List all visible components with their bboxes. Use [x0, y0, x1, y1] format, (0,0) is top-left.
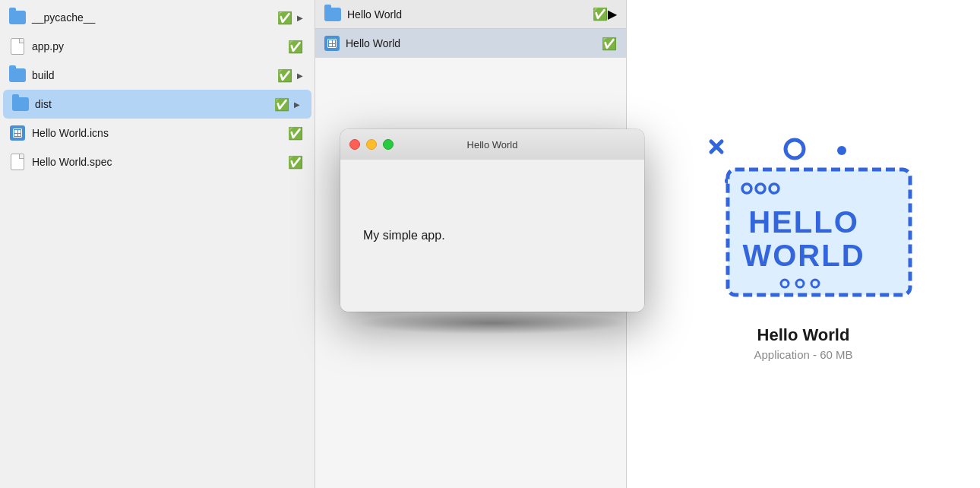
- check-icon-dist: ✅: [275, 97, 289, 111]
- folder-icon-dist: [12, 96, 29, 112]
- app-icon-hello-world: [324, 36, 340, 51]
- hello-world-graphic: HELLO WORLD: [682, 128, 925, 303]
- app-window-message: My simple app.: [363, 229, 445, 242]
- file-icon-app-py: [9, 38, 26, 55]
- file-name-build: build: [32, 69, 278, 81]
- app-info: Hello World Application - 60 MB: [754, 325, 852, 361]
- app-info-desc: Application - 60 MB: [754, 348, 852, 361]
- app-window: Hello World My simple app.: [340, 129, 644, 312]
- expand-arrow-header: ▶: [608, 7, 617, 21]
- check-icon-hello-world-item: ✅: [602, 36, 617, 51]
- file-name-hello-icns: Hello World.icns: [32, 127, 289, 139]
- check-icon-hello-icns: ✅: [289, 126, 302, 140]
- check-icon-header: ✅: [593, 7, 608, 21]
- svg-point-3: [837, 146, 846, 155]
- file-item-app-py[interactable]: app.py ✅: [0, 32, 315, 61]
- window-shadow: [356, 312, 629, 334]
- svg-text:HELLO: HELLO: [748, 205, 859, 239]
- file-name-hello-spec: Hello World.spec: [32, 156, 289, 168]
- folder-icon-build: [9, 67, 26, 84]
- right-panel: HELLO WORLD Hello World Application - 60…: [627, 0, 980, 488]
- expand-arrow-pycache: ▶: [295, 12, 305, 23]
- app-window-content: My simple app.: [340, 160, 644, 312]
- app-info-name: Hello World: [754, 325, 852, 345]
- file-name-dist: dist: [35, 98, 275, 110]
- check-icon-build: ✅: [278, 68, 292, 82]
- middle-item-hello-world-name: Hello World: [346, 37, 602, 49]
- file-item-hello-spec[interactable]: Hello World.spec ✅: [0, 147, 315, 176]
- check-icon-hello-spec: ✅: [289, 155, 302, 169]
- minimize-button-icon[interactable]: [366, 139, 377, 150]
- file-item-build[interactable]: build ✅ ▶: [0, 61, 315, 90]
- middle-panel-header: Hello World ✅ ▶: [315, 0, 626, 29]
- folder-icon: [9, 9, 26, 26]
- file-name-pycache: __pycache__: [32, 11, 278, 24]
- middle-header-title: Hello World: [347, 8, 593, 21]
- check-icon-pycache: ✅: [278, 11, 292, 24]
- window-title: Hello World: [467, 139, 518, 151]
- hello-world-svg: HELLO WORLD: [682, 128, 925, 303]
- check-icon-app-py: ✅: [289, 40, 302, 53]
- traffic-lights: [349, 139, 394, 150]
- floating-app-window-container: Hello World My simple app.: [340, 129, 644, 334]
- close-button-icon[interactable]: [349, 139, 360, 150]
- file-name-app-py: app.py: [32, 40, 289, 52]
- expand-arrow-build: ▶: [295, 70, 305, 81]
- app-icon-hello-icns: [9, 125, 26, 141]
- svg-point-2: [786, 140, 804, 158]
- expand-arrow-dist: ▶: [292, 99, 302, 109]
- app-window-titlebar: Hello World: [340, 129, 644, 160]
- svg-text:WORLD: WORLD: [742, 239, 865, 272]
- file-item-pycache[interactable]: __pycache__ ✅ ▶: [0, 3, 315, 32]
- finder-left-panel: __pycache__ ✅ ▶ app.py ✅ build ✅ ▶ dist …: [0, 0, 315, 488]
- file-icon-hello-spec: [9, 154, 26, 170]
- file-item-dist[interactable]: dist ✅ ▶: [3, 90, 311, 119]
- folder-icon-header: [324, 8, 341, 21]
- maximize-button-icon[interactable]: [383, 139, 394, 150]
- file-item-hello-icns[interactable]: Hello World.icns ✅: [0, 119, 315, 147]
- middle-item-hello-world[interactable]: Hello World ✅: [315, 29, 626, 58]
